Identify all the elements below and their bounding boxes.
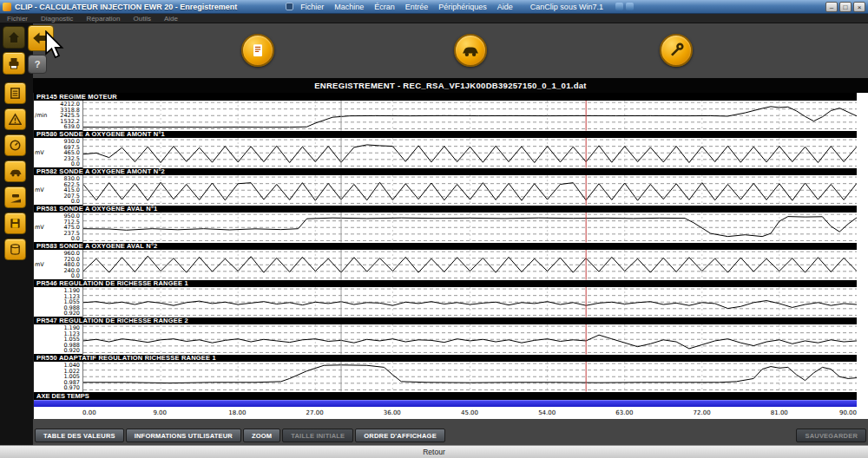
time-tick-label: 90.00 — [839, 409, 857, 416]
chart-unit: mV — [34, 175, 48, 206]
chart-header: PR550 ADAPTATIF REGULATION RICHESSE RANG… — [34, 354, 857, 362]
chart-unit: mV — [34, 250, 48, 280]
y-tick-label: 0.920 — [48, 348, 80, 354]
chart-unit — [34, 287, 48, 317]
chart-plot[interactable] — [82, 324, 857, 355]
menu-diagnostic[interactable]: Diagnostic — [41, 15, 73, 23]
car-icon — [461, 41, 480, 60]
display-order-button[interactable]: ORDRE D'AFFICHAGE — [355, 429, 445, 442]
chart-strip: PR581 SONDE A OXYGENE AVAL N°1 mV 950.07… — [34, 205, 857, 242]
vm-menu-item-fichier[interactable]: Fichier — [300, 3, 324, 11]
window-controls: – □ × — [825, 2, 865, 12]
chart-label: PR550 ADAPTATIF REGULATION RICHESSE RANG… — [36, 354, 216, 362]
back-arrow-icon — [31, 29, 50, 48]
home-icon — [7, 30, 21, 44]
zoom-button[interactable]: ZOOM — [243, 429, 280, 442]
vm-menu-item-machine[interactable]: Machine — [334, 3, 364, 11]
chart-strip: PR145 REGIME MOTEUR /min 4212.03318.8242… — [34, 93, 857, 130]
chart-header: PR580 SONDE A OXYGENE AMONT N°1 — [34, 130, 857, 138]
chart-label: PR583 SONDE A OXYGENE AVAL N°2 — [36, 242, 157, 250]
bottom-toolbar: TABLE DES VALEURS INFORMATIONS UTILISATE… — [33, 426, 868, 445]
report-button[interactable] — [241, 34, 274, 67]
vm-menu-item-entree[interactable]: Entrée — [405, 3, 429, 11]
chart-header: PR145 REGIME MOTEUR — [34, 93, 857, 101]
minimize-button[interactable]: – — [825, 2, 838, 12]
time-tick-label: 9.00 — [153, 409, 167, 416]
menu-reparation[interactable]: Réparation — [86, 15, 120, 23]
app-icon — [3, 3, 11, 11]
chart-plot[interactable] — [82, 138, 857, 168]
initial-size-button: TAILLE INITIALE — [282, 429, 353, 442]
chart-strip: PR546 REGULATION DE RICHESSE RANGEE 1 1.… — [34, 279, 857, 317]
top-toolbar — [33, 23, 868, 78]
chart-label: PR145 REGIME MOTEUR — [36, 93, 117, 101]
chart-unit — [34, 324, 48, 355]
charts-container: PR145 REGIME MOTEUR /min 4212.03318.8242… — [33, 93, 868, 419]
vehicle-test-button[interactable] — [454, 34, 487, 67]
chart-strip: PR583 SONDE A OXYGENE AVAL N°2 mV 960.07… — [34, 242, 857, 279]
status-text: Retour — [423, 448, 445, 456]
time-tick-label: 54.00 — [538, 409, 556, 416]
y-tick-label: 0.920 — [48, 311, 80, 317]
maximize-button[interactable]: □ — [839, 2, 852, 12]
table-values-button[interactable]: TABLE DES VALEURS — [35, 429, 124, 442]
chart-plot[interactable] — [82, 250, 857, 280]
workshop-button[interactable] — [4, 186, 26, 208]
vm-tools-icon — [286, 3, 293, 10]
print-button[interactable] — [3, 52, 25, 75]
vehicle-button[interactable] — [4, 160, 26, 182]
chart-plot[interactable] — [82, 287, 857, 317]
y-tick-label: 0.970 — [48, 385, 80, 391]
vm-menu-item-aide[interactable]: Aide — [497, 3, 513, 11]
floppy-save-icon — [9, 217, 22, 230]
chart-label: PR582 SONDE A OXYGENE AMONT N°2 — [36, 167, 165, 175]
chart-ticks: 930.0697.5465.0232.50.0 — [48, 138, 82, 168]
chart-unit: mV — [34, 138, 48, 168]
chart-plot[interactable] — [82, 101, 857, 131]
repair-button[interactable] — [660, 34, 693, 67]
chart-plot[interactable] — [82, 213, 857, 243]
chart-strip: PR547 REGULATION DE RICHESSE RANGEE 2 1.… — [34, 317, 857, 354]
vm-label: CanClip sous Win7.1 — [530, 3, 603, 11]
chart-strip: PR580 SONDE A OXYGENE AMONT N°1 mV 930.0… — [34, 130, 857, 167]
time-axis-scrollbar[interactable] — [34, 400, 857, 407]
time-tick-label: 72.00 — [694, 409, 711, 416]
menu-fichier[interactable]: Fichier — [7, 15, 28, 23]
chart-trace — [83, 213, 857, 243]
chart-unit: /min — [34, 101, 48, 131]
data-store-button[interactable] — [4, 239, 26, 260]
close-button[interactable]: × — [853, 2, 865, 12]
vm-status-icons — [615, 3, 634, 10]
help-button[interactable]: ? — [28, 55, 47, 74]
chart-unit: mV — [34, 213, 48, 243]
alerts-button[interactable] — [4, 108, 26, 130]
chart-ticks: 1.0401.0221.0050.9870.970 — [48, 362, 82, 392]
y-tick-label: 0.0 — [48, 273, 80, 279]
window-titlebar: CLIP - CALCULATEUR INJECTION EWR 20 - En… — [0, 0, 868, 14]
time-axis-label: AXE DES TEMPS — [36, 392, 89, 400]
home-button[interactable] — [3, 26, 25, 49]
time-tick-label: 45.00 — [461, 409, 478, 416]
document-icon — [249, 42, 266, 59]
chart-plot[interactable] — [82, 175, 857, 206]
chart-trace — [83, 175, 857, 206]
record-save-button[interactable] — [4, 213, 26, 234]
chart-header: PR582 SONDE A OXYGENE AMONT N°2 — [34, 167, 857, 175]
values-button[interactable] — [4, 82, 26, 104]
chart-trace — [83, 250, 857, 280]
chart-strip: PR550 ADAPTATIF REGULATION RICHESSE RANG… — [34, 354, 857, 391]
vm-display-icon — [626, 3, 634, 10]
vm-menu-item-peripheriques[interactable]: Périphériques — [438, 3, 487, 11]
application-window: CLIP - CALCULATEUR INJECTION EWR 20 - En… — [0, 0, 868, 458]
save-button: SAUVEGARDER — [796, 429, 866, 442]
menu-aide[interactable]: Aide — [164, 15, 178, 23]
back-button[interactable] — [28, 25, 54, 51]
menu-outils[interactable]: Outils — [134, 15, 151, 23]
gauge-button[interactable] — [4, 134, 26, 156]
time-tick-label: 81.00 — [771, 409, 788, 416]
user-info-button[interactable]: INFORMATIONS UTILISATEUR — [126, 429, 241, 442]
vm-menu-item-ecran[interactable]: Écran — [374, 3, 395, 11]
chart-strip: PR582 SONDE A OXYGENE AMONT N°2 mV 830.0… — [34, 167, 857, 205]
chart-plot[interactable] — [82, 362, 857, 392]
time-axis-header: AXE DES TEMPS — [34, 391, 857, 400]
